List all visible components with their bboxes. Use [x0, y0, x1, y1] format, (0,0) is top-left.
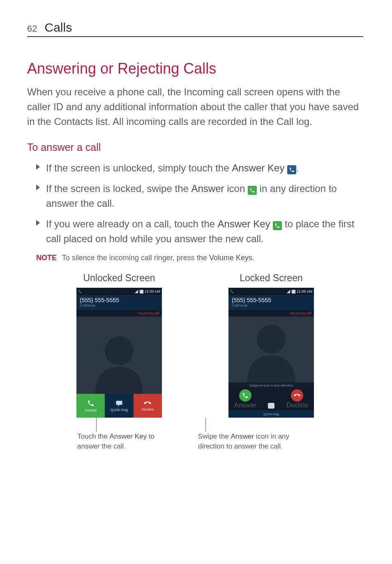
bullet-text: [284, 162, 287, 173]
answer-circle-icon: [248, 186, 257, 195]
bullet-text: If the screen is locked, swipe the: [46, 183, 191, 194]
bullet-text: If you were already on a call, touch the: [46, 218, 218, 229]
caller-avatar: [76, 317, 162, 394]
quick-msg-band: Quick msg: [228, 410, 314, 418]
bullet-text: icon: [224, 183, 248, 194]
bullet-text: If the screen is unlocked, simply touch …: [46, 162, 232, 173]
note-text: To silence the incoming call ringer, pre…: [60, 254, 209, 262]
svg-point-0: [105, 336, 134, 365]
status-bar: 11:00 AM: [76, 288, 162, 295]
phone-decline-icon: [143, 400, 152, 406]
quick-msg-band-label: Quick msg: [263, 412, 279, 416]
decline-button[interactable]: Decline: [134, 394, 162, 418]
caller-avatar: [228, 317, 314, 382]
phone-status-icon: [230, 289, 234, 294]
quick-msg-button[interactable]: Quick msg: [105, 394, 133, 418]
locked-phone-screenshot: 11:00 AM (555) 555-5555 California Incom…: [228, 288, 314, 418]
intro-paragraph: When you receive a phone call, the Incom…: [27, 85, 363, 129]
unlocked-callout: Touch the Answer Key to answer the call.: [77, 432, 164, 451]
locked-screen-column: Locked Screen 11:00 AM (555) 555-5555 Ca…: [218, 273, 325, 451]
decline-button-label: Decline: [141, 407, 154, 411]
answer-key-green-icon: [273, 221, 282, 230]
bullet-text: [270, 218, 273, 229]
callout-bold: Answer Key: [109, 432, 147, 440]
answer-key-label: Answer Key: [232, 162, 284, 173]
bullet-arrow-icon: [36, 164, 40, 170]
caller-location: California: [80, 303, 159, 307]
decline-swipe-button[interactable]: [291, 389, 303, 402]
answer-key-icon: [287, 165, 296, 174]
callout-bold: Answer: [231, 432, 254, 440]
callout-text: Swipe the: [198, 432, 231, 440]
answer-swipe-button[interactable]: [239, 389, 251, 402]
volume-keys-label: Volume Keys: [209, 254, 252, 262]
caller-info: (555) 555-5555 California: [228, 295, 314, 310]
battery-icon: [292, 290, 295, 294]
status-bar: 11:00 AM: [228, 288, 314, 295]
caller-number: (555) 555-5555: [80, 297, 159, 303]
caller-info: (555) 555-5555 California: [76, 295, 162, 310]
phone-status-icon: [78, 289, 82, 294]
answer-key-label: Answer Key: [218, 218, 270, 229]
answer-button-label: Answer: [85, 408, 97, 412]
unlocked-screen-title: Unlocked Screen: [83, 273, 155, 284]
note: NOTE To silence the incoming call ringer…: [27, 252, 363, 264]
bullet-arrow-icon: [36, 220, 40, 226]
incoming-call-band: Incoming call: [228, 310, 314, 317]
unlocked-phone-screenshot: 11:00 AM (555) 555-5555 California Incom…: [76, 288, 162, 418]
page-header: 62 Calls: [27, 21, 363, 37]
subheading-to-answer: To answer a call: [27, 141, 363, 153]
note-text: .: [252, 254, 254, 262]
incoming-call-band: Incoming call: [76, 310, 162, 317]
locked-screen-title: Locked Screen: [240, 273, 302, 284]
swipe-hint-label: Swipe an icon in any direction: [249, 384, 293, 387]
signal-icon: [134, 289, 138, 294]
bullet-text: .: [296, 162, 299, 173]
avatar-silhouette-icon: [240, 317, 302, 382]
caller-number: (555) 555-5555: [232, 297, 311, 303]
message-icon: [268, 403, 274, 409]
message-icon: [115, 400, 123, 407]
locked-buttons-row: Answer Decline: [228, 388, 314, 410]
answer-label: Answer: [191, 183, 224, 194]
incoming-call-label: Incoming call: [290, 311, 311, 315]
section-title: Calls: [44, 21, 72, 35]
callout-pointer: [96, 418, 97, 432]
locked-callout: Swipe the Answer icon in any direction t…: [198, 432, 297, 451]
status-time: 11:00 AM: [297, 289, 312, 294]
callout-pointer: [205, 418, 206, 432]
note-label: NOTE: [36, 254, 57, 262]
status-time: 11:00 AM: [145, 289, 160, 294]
bullet-arrow-icon: [36, 185, 40, 190]
quick-msg-swipe-button[interactable]: [268, 403, 274, 409]
phone-decline-icon: [293, 393, 301, 398]
quick-msg-label: Quick msg: [111, 408, 128, 412]
page-number: 62: [27, 23, 37, 34]
swipe-hint: Swipe an icon in any direction: [228, 382, 314, 388]
phone-answer-icon: [242, 392, 249, 399]
bullet-unlocked: If the screen is unlocked, simply touch …: [27, 161, 363, 176]
page-title: Answering or Rejecting Calls: [27, 60, 363, 77]
incoming-call-label: Incoming call: [138, 311, 159, 315]
caller-location: California: [232, 303, 311, 307]
answer-button[interactable]: Answer: [76, 394, 105, 418]
svg-rect-1: [116, 401, 122, 405]
callout-text: Touch the: [77, 432, 109, 440]
avatar-silhouette-icon: [88, 328, 150, 394]
decline-swipe-label: Decline: [286, 402, 308, 409]
bullet-locked: If the screen is locked, swipe the Answe…: [27, 181, 363, 211]
unlocked-screen-column: Unlocked Screen 11:00 AM (555) 555-5555 …: [66, 273, 173, 451]
battery-icon: [140, 290, 143, 294]
svg-point-2: [257, 325, 286, 354]
answer-swipe-label: Answer: [234, 402, 256, 409]
phone-answer-icon: [87, 400, 95, 407]
signal-icon: [286, 289, 291, 294]
bullet-on-call: If you were already on a call, touch the…: [27, 217, 363, 246]
